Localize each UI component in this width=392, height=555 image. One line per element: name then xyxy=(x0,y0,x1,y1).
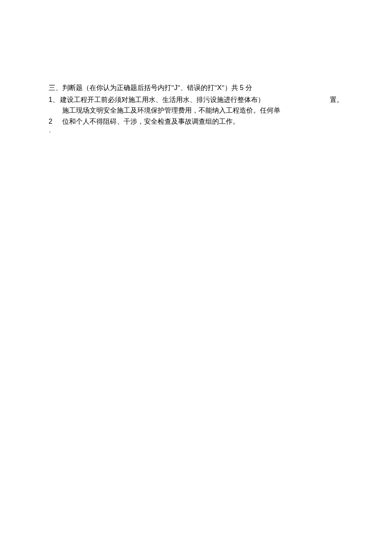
section-three-header: 三、判断题（在你认为正确题后括号内打"J"、错误的打"X"）共 5 分 xyxy=(49,82,343,93)
header-mark-correct: "J" xyxy=(171,84,180,91)
document-content: 三、判断题（在你认为正确题后括号内打"J"、错误的打"X"）共 5 分 1、建设… xyxy=(49,82,343,134)
question-2-number: 2 xyxy=(49,116,55,127)
question-1-trail: 置。 xyxy=(330,94,343,105)
header-mark-wrong: "X" xyxy=(214,84,225,91)
header-prefix: 三、判断题（在你认为正确题后括号内打 xyxy=(49,84,171,91)
question-1-separator: 、 xyxy=(52,94,59,105)
question-2-text: 位和个人不得阻碍、干涉，安全检查及事故调查组的工作。 xyxy=(55,116,239,127)
question-1-line-2: 施工现场文明安全施工及环境保护管理费用，不能纳入工程造价。任何单 xyxy=(49,105,343,116)
header-points-unit: 分 xyxy=(245,84,252,91)
vertical-marks: 、 xyxy=(49,127,343,134)
header-mid: 、错误的打 xyxy=(180,84,214,91)
header-points-num: 5 xyxy=(240,84,244,91)
question-1-line-1: 1、建设工程开工前必须对施工用水、生活用水、排污设施进行整体布）置。 xyxy=(49,94,343,105)
mark-1: 、 xyxy=(49,127,343,134)
question-1-text-main: 建设工程开工前必须对施工用水、生活用水、排污设施进行整体布） xyxy=(60,94,316,105)
question-2-line: 2 位和个人不得阻碍、干涉，安全检查及事故调查组的工作。 xyxy=(49,116,343,127)
header-suffix: ）共 xyxy=(225,84,238,91)
question-1-number: 1 xyxy=(49,94,52,105)
